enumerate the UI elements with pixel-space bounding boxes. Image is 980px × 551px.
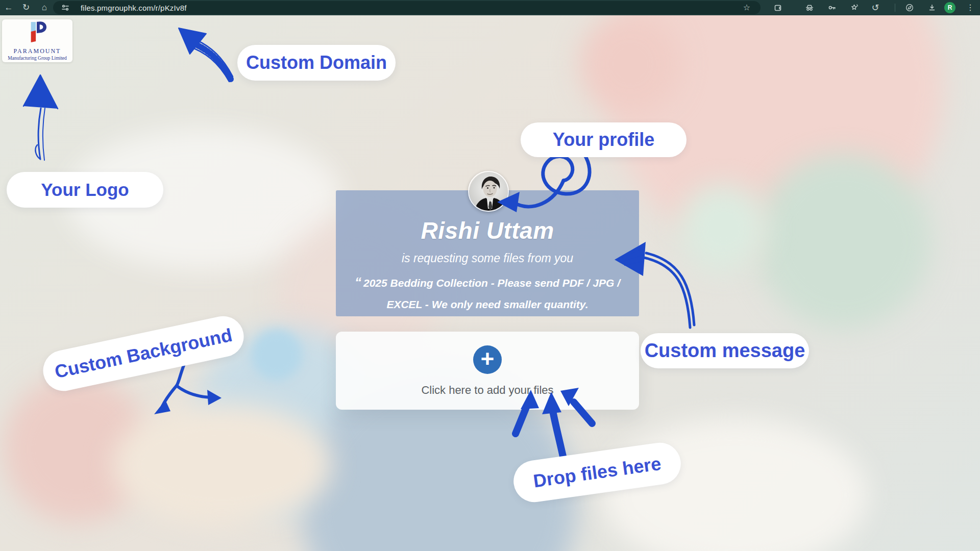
incognito-icon[interactable] — [805, 4, 814, 12]
logo-company-name: PARAMOUNT — [2, 47, 72, 55]
annotation-your-profile: Your profile — [521, 122, 687, 157]
bookmark-star-icon[interactable]: ☆ — [743, 1, 750, 14]
address-bar[interactable]: files.pmgrouphk.com/r/pKzIv8f ☆ — [53, 1, 761, 14]
requester-name: Rishi Uttam — [336, 217, 639, 244]
annotation-custom-domain-label: Custom Domain — [246, 52, 387, 73]
history-icon[interactable]: ↺ — [868, 0, 883, 15]
quote-mark: “ — [355, 274, 360, 290]
annotation-custom-message-label: Custom message — [645, 340, 805, 362]
bg-sphere-mint — [755, 153, 932, 329]
bg-cloud-cream — [112, 403, 332, 525]
screen: ← ↻ ⌂ files.pmgrouphk.com/r/pKzIv8f ☆ ↺ — [0, 0, 980, 551]
site-settings-icon[interactable] — [61, 4, 69, 12]
bg-sphere-pink-small — [579, 13, 681, 115]
requester-avatar — [468, 171, 509, 212]
file-dropzone[interactable]: + Click here to add your files — [336, 332, 639, 410]
reload-icon[interactable]: ↻ — [18, 0, 34, 15]
logo-company-subtitle: Manufacturing Group Limited — [2, 56, 72, 61]
paramount-logo-mark — [28, 21, 47, 44]
url-text[interactable]: files.pmgrouphk.com/r/pKzIv8f — [81, 4, 187, 12]
bg-sphere-mint-small — [679, 184, 768, 273]
dropzone-label: Click here to add your files — [336, 384, 639, 397]
request-message-line1: 2025 Bedding Collection - Please send PD… — [363, 277, 620, 289]
home-icon[interactable]: ⌂ — [37, 0, 52, 15]
passwords-key-icon[interactable] — [828, 4, 836, 12]
toolbar-divider — [895, 4, 895, 12]
company-logo-card: PARAMOUNT Manufacturing Group Limited — [2, 19, 72, 62]
request-message-line2: EXCEL - We only need smaller quantity. — [386, 298, 588, 310]
menu-kebab-icon[interactable]: ⋮ — [963, 0, 978, 15]
downloads-icon[interactable] — [928, 4, 936, 12]
browser-profile-avatar[interactable]: R — [944, 2, 955, 13]
bookmark-sparkle-icon[interactable] — [850, 4, 859, 12]
extensions-icon[interactable] — [774, 4, 782, 12]
your-logo-arrow — [23, 75, 58, 160]
back-icon[interactable]: ← — [1, 0, 16, 15]
annotation-drop-files-here-label: Drop files here — [532, 453, 662, 492]
add-files-plus-button[interactable]: + — [473, 345, 502, 374]
annotation-your-profile-label: Your profile — [553, 129, 654, 151]
annotation-custom-message: Custom message — [641, 333, 809, 368]
request-subtitle: is requesting some files from you — [336, 252, 639, 265]
bg-sphere-blue-bright — [251, 329, 302, 380]
annotation-your-logo-label: Your Logo — [41, 180, 129, 200]
annotation-your-logo: Your Logo — [7, 172, 163, 208]
custom-domain-arrow — [179, 28, 233, 82]
performance-leaf-icon[interactable] — [905, 4, 914, 12]
browser-toolbar: ← ↻ ⌂ files.pmgrouphk.com/r/pKzIv8f ☆ ↺ — [0, 0, 980, 15]
request-message: “2025 Bedding Collection - Please send P… — [336, 271, 639, 315]
annotation-custom-domain: Custom Domain — [237, 45, 396, 81]
